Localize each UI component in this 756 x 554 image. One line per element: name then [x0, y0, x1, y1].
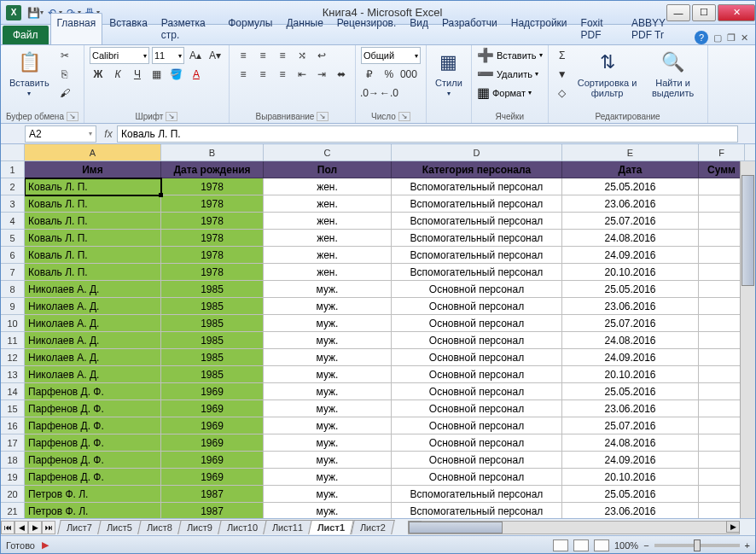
save-icon[interactable]: 💾 — [26, 6, 40, 20]
font-name-select[interactable]: Calibri▾ — [90, 47, 149, 64]
row-header[interactable]: 12 — [1, 349, 24, 366]
cell[interactable]: Коваль Л. П. — [25, 195, 161, 213]
cell[interactable]: 25.07.2016 — [562, 417, 699, 434]
ribbon-tab[interactable]: Разработчи — [435, 13, 504, 44]
row-header[interactable]: 16 — [1, 417, 24, 434]
cell[interactable]: муж. — [264, 469, 392, 486]
cell[interactable]: Основной персонал — [392, 469, 562, 486]
cell[interactable]: 1978 — [161, 213, 264, 230]
cell[interactable]: 24.09.2016 — [562, 247, 699, 264]
cell[interactable] — [699, 178, 745, 195]
vertical-scrollbar[interactable] — [740, 161, 755, 518]
delete-cells-button[interactable]: ➖Удалить▾ — [477, 66, 538, 82]
name-box[interactable]: A2▾ — [25, 125, 96, 143]
cell[interactable]: 1978 — [161, 178, 264, 195]
fill-color-button[interactable]: 🪣 — [168, 66, 185, 83]
column-header[interactable]: F — [699, 144, 745, 160]
cell[interactable]: Вспомогательный персонал — [392, 486, 562, 503]
cell[interactable]: Парфенов Д. Ф. — [25, 452, 161, 469]
file-tab[interactable]: Файл — [3, 26, 49, 44]
row-header[interactable]: 4 — [1, 213, 24, 230]
ribbon-tab[interactable]: Формулы — [221, 13, 279, 44]
horizontal-scrollbar[interactable]: ◀ ▶ — [408, 521, 740, 534]
cell[interactable]: Коваль Л. П. — [25, 213, 161, 230]
cell[interactable]: 1978 — [161, 230, 264, 247]
cell[interactable]: Парфенов Д. Ф. — [25, 434, 161, 452]
cell[interactable]: Основной персонал — [392, 434, 562, 452]
cell[interactable]: муж. — [264, 434, 392, 452]
cell[interactable]: 24.09.2016 — [562, 349, 699, 366]
tab-prev-icon[interactable]: ◀ — [15, 521, 28, 534]
cell[interactable]: муж. — [264, 417, 392, 434]
cell[interactable]: Основной персонал — [392, 349, 562, 366]
cell[interactable] — [699, 247, 745, 264]
cell[interactable]: муж. — [264, 366, 392, 383]
row-header[interactable]: 11 — [1, 332, 24, 349]
cell[interactable]: Основной персонал — [392, 400, 562, 417]
cell[interactable] — [699, 315, 745, 332]
cell[interactable]: 20.10.2016 — [562, 469, 699, 486]
autosum-icon[interactable]: Σ — [554, 47, 571, 64]
format-cells-button[interactable]: ▦Формат▾ — [477, 85, 532, 101]
cell[interactable]: 1985 — [161, 298, 264, 315]
cell[interactable]: Основной персонал — [392, 452, 562, 469]
increase-font-icon[interactable]: A▴ — [187, 47, 204, 64]
cell[interactable] — [699, 195, 745, 213]
row-header[interactable]: 2 — [1, 178, 24, 195]
underline-button[interactable]: Ч — [129, 66, 146, 83]
cell[interactable]: жен. — [264, 230, 392, 247]
cell[interactable]: жен. — [264, 264, 392, 281]
row-header[interactable]: 17 — [1, 434, 24, 452]
align-bottom-icon[interactable]: ≡ — [274, 47, 291, 64]
row-header[interactable]: 19 — [1, 469, 24, 486]
percent-icon[interactable]: % — [381, 66, 398, 83]
cell[interactable]: 25.07.2016 — [562, 315, 699, 332]
cell[interactable]: 23.06.2016 — [562, 503, 699, 518]
cell[interactable]: Парфенов Д. Ф. — [25, 417, 161, 434]
cell[interactable]: муж. — [264, 486, 392, 503]
cell[interactable]: 1978 — [161, 195, 264, 213]
cell[interactable] — [699, 366, 745, 383]
column-header[interactable]: A — [25, 144, 161, 160]
sheet-tab[interactable]: Лист2 — [351, 520, 395, 534]
row-header[interactable]: 10 — [1, 315, 24, 332]
cell[interactable]: 1987 — [161, 503, 264, 518]
insert-cells-button[interactable]: ➕Вставить▾ — [477, 47, 543, 63]
table-header-cell[interactable]: Дата — [562, 161, 699, 178]
close-workbook-icon[interactable]: ✕ — [741, 32, 748, 44]
ribbon-tab[interactable]: Вид — [403, 13, 435, 44]
cell[interactable] — [699, 417, 745, 434]
find-select-button[interactable]: 🔍 Найти и выделить — [644, 47, 702, 100]
cell[interactable]: 1969 — [161, 383, 264, 400]
dialog-launcher-icon[interactable]: ↘ — [166, 112, 177, 121]
row-header[interactable]: 6 — [1, 247, 24, 264]
border-button[interactable]: ▦ — [148, 66, 166, 83]
cell[interactable]: 1985 — [161, 349, 264, 366]
cell[interactable]: жен. — [264, 178, 392, 195]
row-header[interactable]: 9 — [1, 298, 24, 315]
excel-icon[interactable]: X — [6, 5, 21, 20]
ribbon-tab[interactable]: ABBYY PDF Tr — [625, 13, 695, 44]
row-header[interactable]: 13 — [1, 366, 24, 383]
cell[interactable]: Петров Ф. Л. — [25, 503, 161, 518]
restore-workbook-icon[interactable]: ❐ — [727, 32, 736, 44]
cell[interactable]: Коваль Л. П. — [25, 230, 161, 247]
cell[interactable] — [699, 383, 745, 400]
merge-center-icon[interactable]: ⬌ — [333, 66, 350, 83]
cell[interactable]: муж. — [264, 503, 392, 518]
ribbon-tab[interactable]: Разметка стр. — [154, 13, 221, 44]
tab-first-icon[interactable]: ⏮ — [1, 521, 15, 534]
cell[interactable] — [699, 332, 745, 349]
cell[interactable]: Вспомогательный персонал — [392, 247, 562, 264]
comma-icon[interactable]: 000 — [400, 66, 417, 83]
cell[interactable]: муж. — [264, 332, 392, 349]
ribbon-tab[interactable]: Данные — [279, 13, 329, 44]
sheet-tab[interactable]: Лист8 — [137, 520, 182, 534]
cell[interactable]: Коваль Л. П. — [25, 178, 161, 195]
cell[interactable]: 1969 — [161, 469, 264, 486]
fx-icon[interactable]: fx — [100, 128, 117, 140]
cell[interactable]: 1969 — [161, 400, 264, 417]
cell[interactable]: муж. — [264, 383, 392, 400]
cell[interactable]: 25.05.2016 — [562, 383, 699, 400]
cell[interactable]: муж. — [264, 281, 392, 298]
